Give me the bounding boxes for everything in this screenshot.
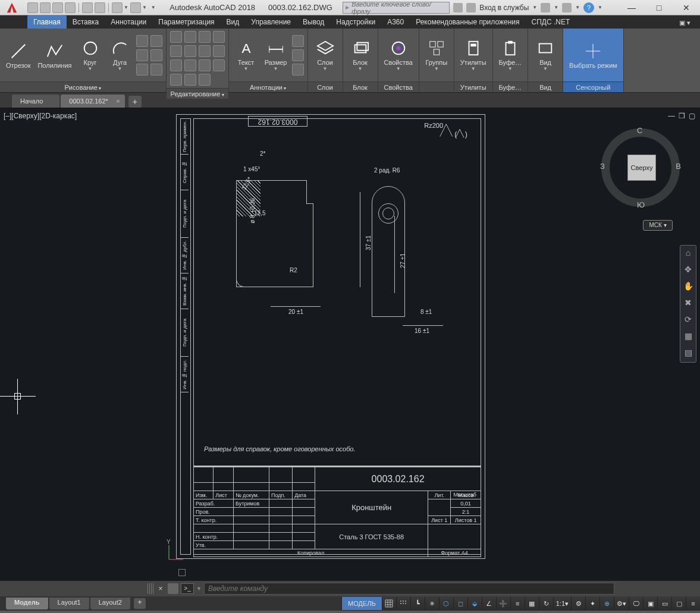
- layout-tab-2[interactable]: Layout2: [90, 598, 130, 609]
- utilities-button[interactable]: Утилиты▼: [458, 37, 489, 73]
- vp-max-icon[interactable]: ▢: [689, 112, 695, 120]
- draw-tool-icon[interactable]: [136, 49, 148, 61]
- nav-showmotion-icon[interactable]: ▦: [682, 331, 694, 343]
- file-tab-start[interactable]: Начало: [12, 95, 59, 108]
- status-gear-icon[interactable]: ⚙: [571, 597, 585, 610]
- properties-button[interactable]: Свойства▼: [382, 37, 415, 73]
- status-model[interactable]: МОДЕЛЬ: [341, 597, 382, 610]
- modify-tool-icon[interactable]: [184, 31, 196, 43]
- modify-tool-icon[interactable]: [184, 59, 196, 71]
- infocenter-search[interactable]: Введите ключевое слово/фразу: [343, 2, 450, 14]
- status-custom-icon[interactable]: ≡: [686, 597, 700, 610]
- vp-min-icon[interactable]: —: [668, 112, 675, 120]
- command-input[interactable]: [204, 583, 614, 595]
- new-tab-button[interactable]: +: [128, 96, 142, 108]
- modify-tool-icon[interactable]: [170, 45, 182, 57]
- close-icon[interactable]: ×: [116, 98, 120, 105]
- drawing-viewport[interactable]: [–][Сверху][2D-каркас] — ❐ ▢ Сверху С Ю …: [0, 108, 700, 581]
- status-dyn-icon[interactable]: ➕: [496, 597, 510, 610]
- ribbon-tab-addins[interactable]: Надстройки: [330, 15, 381, 29]
- viewcube-north[interactable]: С: [637, 126, 642, 135]
- ribbon-tab-view[interactable]: Вид: [221, 15, 246, 29]
- stayconnected-icon[interactable]: [562, 3, 572, 12]
- modify-tool-icon[interactable]: [184, 45, 196, 57]
- nav-pan-icon[interactable]: ✋: [682, 281, 694, 293]
- draw-tool-icon[interactable]: [136, 35, 148, 47]
- status-mon-icon[interactable]: 🖵: [629, 597, 643, 610]
- status-lwt-icon[interactable]: ≡: [510, 597, 525, 610]
- ribbon-tab-output[interactable]: Вывод: [297, 15, 330, 29]
- nav-zoom-icon[interactable]: ✖: [682, 298, 694, 310]
- help-button[interactable]: ?: [583, 2, 594, 13]
- status-otrack-icon[interactable]: ∠: [482, 597, 496, 610]
- viewcube-south[interactable]: Ю: [637, 200, 645, 209]
- app-menu-button[interactable]: [0, 0, 24, 15]
- ribbon-tab-featured[interactable]: Рекомендованные приложения: [410, 15, 525, 29]
- nav-orbit-icon[interactable]: ⟳: [682, 315, 694, 326]
- polyline-button[interactable]: Полилиния: [35, 40, 74, 70]
- draw-tool-icon[interactable]: [150, 64, 162, 76]
- wcs-badge[interactable]: МСК ▾: [643, 220, 673, 231]
- ribbon-tab-annotate[interactable]: Аннотации: [105, 15, 152, 29]
- circle-button[interactable]: Круг▼: [77, 37, 104, 73]
- status-grid-icon[interactable]: [382, 597, 396, 610]
- cmd-customize-icon[interactable]: [168, 583, 178, 594]
- status-snap-icon[interactable]: [396, 597, 410, 610]
- status-hw-icon[interactable]: ▣: [643, 597, 657, 610]
- viewport-label[interactable]: [–][Сверху][2D-каркас]: [4, 112, 77, 120]
- cmd-close-icon[interactable]: ×: [156, 584, 165, 593]
- status-clean-icon[interactable]: ▢: [671, 597, 686, 610]
- signin-icon[interactable]: [466, 3, 476, 12]
- layout-add-button[interactable]: +: [134, 598, 146, 609]
- ribbon-tab-home[interactable]: Главная: [27, 15, 67, 29]
- qat-plot-icon[interactable]: [82, 2, 93, 13]
- status-transp-icon[interactable]: ▦: [525, 597, 539, 610]
- status-ws-icon[interactable]: ⚙▾: [614, 597, 629, 610]
- ribbon-tab-parametric[interactable]: Параметризация: [152, 15, 220, 29]
- file-tab-current[interactable]: 0003.02.162*×: [61, 95, 124, 108]
- status-scale[interactable]: 1:1 ▾: [553, 597, 571, 610]
- status-annoauto-icon[interactable]: ⊕: [599, 597, 614, 610]
- dimension-button[interactable]: Размер▼: [262, 37, 290, 73]
- qat-undo-icon[interactable]: [112, 2, 123, 13]
- status-polar-icon[interactable]: ✳: [425, 597, 439, 610]
- nav-more-icon[interactable]: ▤: [682, 348, 694, 360]
- modify-tool-icon[interactable]: [213, 45, 225, 57]
- block-button[interactable]: Блок▼: [347, 37, 374, 73]
- draw-tool-icon[interactable]: [150, 35, 162, 47]
- clipboard-button[interactable]: Буфе…▼: [497, 37, 525, 73]
- annotation-tool-icon[interactable]: [292, 49, 304, 61]
- qat-customize[interactable]: ▼: [151, 5, 156, 10]
- status-ortho-icon[interactable]: ┗: [410, 597, 425, 610]
- viewcube-face[interactable]: Сверху: [627, 155, 656, 181]
- modify-tool-icon[interactable]: [213, 31, 225, 43]
- qat-preview-icon[interactable]: [95, 2, 105, 13]
- window-minimize[interactable]: —: [618, 0, 645, 15]
- modify-tool-icon[interactable]: [170, 59, 182, 71]
- qat-redo-icon[interactable]: [130, 2, 141, 13]
- modify-tool-icon[interactable]: [199, 74, 211, 86]
- qat-saveas-icon[interactable]: [65, 2, 76, 13]
- viewcube-east[interactable]: В: [676, 162, 681, 171]
- status-3dosnap-icon[interactable]: ⬙: [467, 597, 482, 610]
- modify-tool-icon[interactable]: [199, 31, 211, 43]
- nav-home-icon[interactable]: ⌂: [682, 248, 694, 260]
- signin-label[interactable]: Вход в службы: [479, 4, 529, 12]
- a360-icon[interactable]: [453, 3, 463, 12]
- layout-tab-1[interactable]: Layout1: [49, 598, 89, 609]
- exchange-icon[interactable]: [541, 3, 550, 12]
- ribbon-minimize[interactable]: ▣ ▾: [676, 17, 694, 29]
- view-button[interactable]: Вид▼: [532, 37, 559, 73]
- status-annovis-icon[interactable]: ✦: [585, 597, 599, 610]
- qat-new-icon[interactable]: [27, 2, 38, 13]
- window-maximize[interactable]: □: [645, 0, 673, 15]
- ribbon-tab-a360[interactable]: A360: [381, 15, 410, 29]
- draw-tool-icon[interactable]: [150, 49, 162, 61]
- annotation-tool-icon[interactable]: [292, 35, 304, 47]
- groups-button[interactable]: Группы▼: [423, 37, 450, 73]
- ribbon-tab-manage[interactable]: Управление: [245, 15, 297, 29]
- modify-tool-icon[interactable]: [184, 74, 196, 86]
- status-osnap-icon[interactable]: ◻: [453, 597, 467, 610]
- touch-mode-button[interactable]: Выбрать режим: [567, 40, 620, 70]
- modify-tool-icon[interactable]: [170, 74, 182, 86]
